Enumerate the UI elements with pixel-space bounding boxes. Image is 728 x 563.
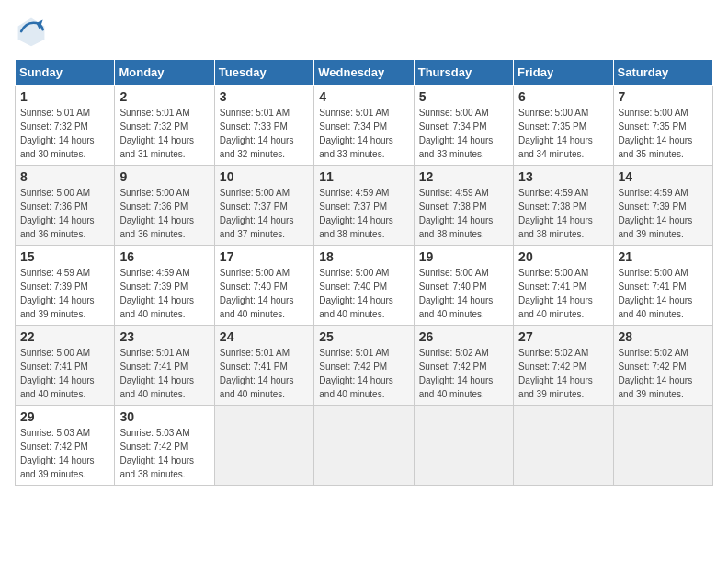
calendar-cell: 26 Sunrise: 5:02 AM Sunset: 7:42 PM Dayl…	[414, 326, 513, 406]
day-info: Sunrise: 4:59 AM Sunset: 7:39 PM Dayligh…	[119, 266, 209, 321]
calendar-cell: 20 Sunrise: 5:00 AM Sunset: 7:41 PM Dayl…	[514, 246, 613, 326]
calendar-cell: 8 Sunrise: 5:00 AM Sunset: 7:36 PM Dayli…	[16, 166, 115, 246]
day-number: 10	[220, 169, 309, 184]
day-number: 24	[220, 329, 309, 344]
calendar-week-1: 1 Sunrise: 5:01 AM Sunset: 7:32 PM Dayli…	[16, 86, 713, 166]
calendar-cell: 17 Sunrise: 5:00 AM Sunset: 7:40 PM Dayl…	[214, 246, 313, 326]
day-number: 28	[619, 329, 708, 344]
calendar-cell: 10 Sunrise: 5:00 AM Sunset: 7:37 PM Dayl…	[214, 166, 313, 246]
calendar-cell: 6 Sunrise: 5:00 AM Sunset: 7:35 PM Dayli…	[514, 86, 613, 166]
calendar-cell: 27 Sunrise: 5:02 AM Sunset: 7:42 PM Dayl…	[514, 326, 613, 406]
day-info: Sunrise: 5:01 AM Sunset: 7:34 PM Dayligh…	[319, 106, 408, 161]
logo-icon	[15, 15, 48, 48]
day-number: 21	[619, 249, 708, 264]
day-number: 23	[119, 329, 209, 344]
day-number: 5	[419, 89, 508, 104]
calendar-week-2: 8 Sunrise: 5:00 AM Sunset: 7:36 PM Dayli…	[16, 166, 713, 246]
weekday-header-friday: Friday	[514, 60, 613, 86]
calendar-cell: 9 Sunrise: 5:00 AM Sunset: 7:36 PM Dayli…	[115, 166, 214, 246]
calendar-cell: 4 Sunrise: 5:01 AM Sunset: 7:34 PM Dayli…	[314, 86, 414, 166]
calendar-cell: 7 Sunrise: 5:00 AM Sunset: 7:35 PM Dayli…	[613, 86, 712, 166]
weekday-header-monday: Monday	[115, 60, 214, 86]
day-info: Sunrise: 5:01 AM Sunset: 7:41 PM Dayligh…	[119, 346, 209, 401]
calendar-cell: 28 Sunrise: 5:02 AM Sunset: 7:42 PM Dayl…	[613, 326, 712, 406]
day-info: Sunrise: 4:59 AM Sunset: 7:38 PM Dayligh…	[518, 186, 608, 241]
calendar-cell	[514, 406, 613, 486]
day-number: 26	[419, 329, 508, 344]
day-info: Sunrise: 5:02 AM Sunset: 7:42 PM Dayligh…	[419, 346, 508, 401]
day-info: Sunrise: 5:00 AM Sunset: 7:37 PM Dayligh…	[220, 186, 309, 241]
day-info: Sunrise: 5:01 AM Sunset: 7:33 PM Dayligh…	[220, 106, 309, 161]
day-number: 17	[220, 249, 309, 264]
day-number: 7	[619, 89, 708, 104]
weekday-header-row: SundayMondayTuesdayWednesdayThursdayFrid…	[16, 60, 713, 86]
calendar-table: SundayMondayTuesdayWednesdayThursdayFrid…	[15, 59, 713, 486]
day-number: 25	[319, 329, 408, 344]
calendar-cell: 24 Sunrise: 5:01 AM Sunset: 7:41 PM Dayl…	[214, 326, 313, 406]
day-number: 29	[20, 409, 109, 424]
calendar-cell: 5 Sunrise: 5:00 AM Sunset: 7:34 PM Dayli…	[414, 86, 513, 166]
day-info: Sunrise: 5:00 AM Sunset: 7:41 PM Dayligh…	[20, 346, 109, 401]
calendar-cell: 14 Sunrise: 4:59 AM Sunset: 7:39 PM Dayl…	[613, 166, 712, 246]
day-number: 2	[119, 89, 209, 104]
weekday-header-wednesday: Wednesday	[314, 60, 414, 86]
calendar-cell: 3 Sunrise: 5:01 AM Sunset: 7:33 PM Dayli…	[214, 86, 313, 166]
calendar-cell: 30 Sunrise: 5:03 AM Sunset: 7:42 PM Dayl…	[115, 406, 214, 486]
calendar-cell: 12 Sunrise: 4:59 AM Sunset: 7:38 PM Dayl…	[414, 166, 513, 246]
day-number: 22	[20, 329, 109, 344]
day-number: 12	[419, 169, 508, 184]
day-info: Sunrise: 5:02 AM Sunset: 7:42 PM Dayligh…	[518, 346, 608, 401]
calendar-cell: 16 Sunrise: 4:59 AM Sunset: 7:39 PM Dayl…	[115, 246, 214, 326]
calendar-cell: 2 Sunrise: 5:01 AM Sunset: 7:32 PM Dayli…	[115, 86, 214, 166]
calendar-cell: 25 Sunrise: 5:01 AM Sunset: 7:42 PM Dayl…	[314, 326, 414, 406]
calendar-cell: 19 Sunrise: 5:00 AM Sunset: 7:40 PM Dayl…	[414, 246, 513, 326]
day-number: 30	[119, 409, 209, 424]
day-info: Sunrise: 5:00 AM Sunset: 7:40 PM Dayligh…	[419, 266, 508, 321]
day-info: Sunrise: 5:00 AM Sunset: 7:40 PM Dayligh…	[220, 266, 309, 321]
calendar-cell: 13 Sunrise: 4:59 AM Sunset: 7:38 PM Dayl…	[514, 166, 613, 246]
day-number: 13	[518, 169, 608, 184]
day-number: 14	[619, 169, 708, 184]
weekday-header-thursday: Thursday	[414, 60, 513, 86]
day-info: Sunrise: 5:01 AM Sunset: 7:42 PM Dayligh…	[319, 346, 408, 401]
page-header	[15, 15, 713, 48]
day-info: Sunrise: 4:59 AM Sunset: 7:37 PM Dayligh…	[319, 186, 408, 241]
day-info: Sunrise: 5:00 AM Sunset: 7:35 PM Dayligh…	[619, 106, 708, 161]
day-number: 19	[419, 249, 508, 264]
day-number: 27	[518, 329, 608, 344]
day-info: Sunrise: 5:00 AM Sunset: 7:36 PM Dayligh…	[20, 186, 109, 241]
day-info: Sunrise: 5:00 AM Sunset: 7:41 PM Dayligh…	[518, 266, 608, 321]
day-number: 1	[20, 89, 109, 104]
calendar-cell	[314, 406, 414, 486]
day-number: 9	[119, 169, 209, 184]
calendar-week-4: 22 Sunrise: 5:00 AM Sunset: 7:41 PM Dayl…	[16, 326, 713, 406]
day-number: 11	[319, 169, 408, 184]
day-info: Sunrise: 5:01 AM Sunset: 7:41 PM Dayligh…	[220, 346, 309, 401]
day-info: Sunrise: 5:03 AM Sunset: 7:42 PM Dayligh…	[119, 426, 209, 481]
day-number: 18	[319, 249, 408, 264]
day-number: 20	[518, 249, 608, 264]
day-number: 15	[20, 249, 109, 264]
day-info: Sunrise: 4:59 AM Sunset: 7:39 PM Dayligh…	[20, 266, 109, 321]
day-info: Sunrise: 5:02 AM Sunset: 7:42 PM Dayligh…	[619, 346, 708, 401]
calendar-cell: 29 Sunrise: 5:03 AM Sunset: 7:42 PM Dayl…	[16, 406, 115, 486]
logo	[15, 15, 51, 48]
weekday-header-saturday: Saturday	[613, 60, 712, 86]
day-number: 3	[220, 89, 309, 104]
calendar-cell: 21 Sunrise: 5:00 AM Sunset: 7:41 PM Dayl…	[613, 246, 712, 326]
day-info: Sunrise: 5:00 AM Sunset: 7:36 PM Dayligh…	[119, 186, 209, 241]
calendar-cell	[613, 406, 712, 486]
day-info: Sunrise: 5:00 AM Sunset: 7:34 PM Dayligh…	[419, 106, 508, 161]
day-number: 8	[20, 169, 109, 184]
day-info: Sunrise: 4:59 AM Sunset: 7:38 PM Dayligh…	[419, 186, 508, 241]
calendar-cell: 15 Sunrise: 4:59 AM Sunset: 7:39 PM Dayl…	[16, 246, 115, 326]
day-info: Sunrise: 4:59 AM Sunset: 7:39 PM Dayligh…	[619, 186, 708, 241]
calendar-cell: 1 Sunrise: 5:01 AM Sunset: 7:32 PM Dayli…	[16, 86, 115, 166]
day-info: Sunrise: 5:00 AM Sunset: 7:41 PM Dayligh…	[619, 266, 708, 321]
day-info: Sunrise: 5:03 AM Sunset: 7:42 PM Dayligh…	[20, 426, 109, 481]
calendar-cell	[414, 406, 513, 486]
weekday-header-sunday: Sunday	[16, 60, 115, 86]
calendar-week-5: 29 Sunrise: 5:03 AM Sunset: 7:42 PM Dayl…	[16, 406, 713, 486]
calendar-cell	[214, 406, 313, 486]
calendar-cell: 18 Sunrise: 5:00 AM Sunset: 7:40 PM Dayl…	[314, 246, 414, 326]
